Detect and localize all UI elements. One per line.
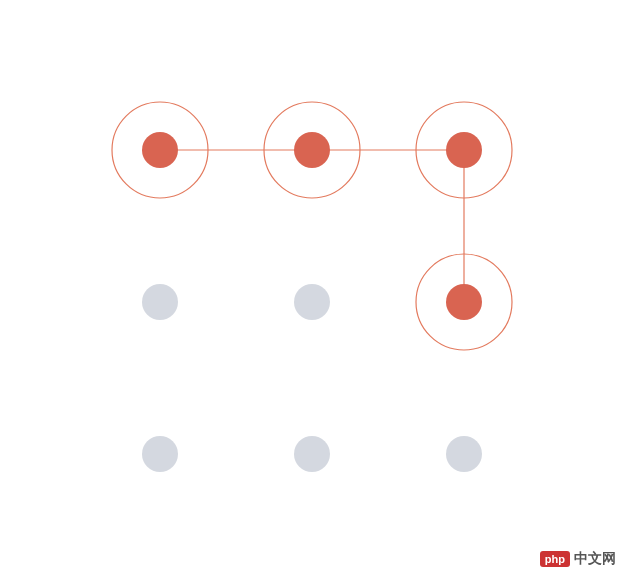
dot-fill <box>446 132 482 168</box>
dot-fill <box>446 436 482 472</box>
dot-fill <box>142 436 178 472</box>
pattern-dot-3[interactable] <box>142 284 178 320</box>
dot-fill <box>446 284 482 320</box>
footer-logo: php 中文网 <box>540 550 616 568</box>
logo-badge: php <box>540 551 570 567</box>
pattern-lock[interactable] <box>0 0 626 576</box>
logo-text: 中文网 <box>574 550 616 568</box>
pattern-dot-6[interactable] <box>142 436 178 472</box>
dot-fill <box>142 284 178 320</box>
dot-fill <box>294 436 330 472</box>
dot-fill <box>142 132 178 168</box>
dot-fill <box>294 284 330 320</box>
pattern-dot-7[interactable] <box>294 436 330 472</box>
dot-fill <box>294 132 330 168</box>
pattern-dot-8[interactable] <box>446 436 482 472</box>
pattern-dot-4[interactable] <box>294 284 330 320</box>
